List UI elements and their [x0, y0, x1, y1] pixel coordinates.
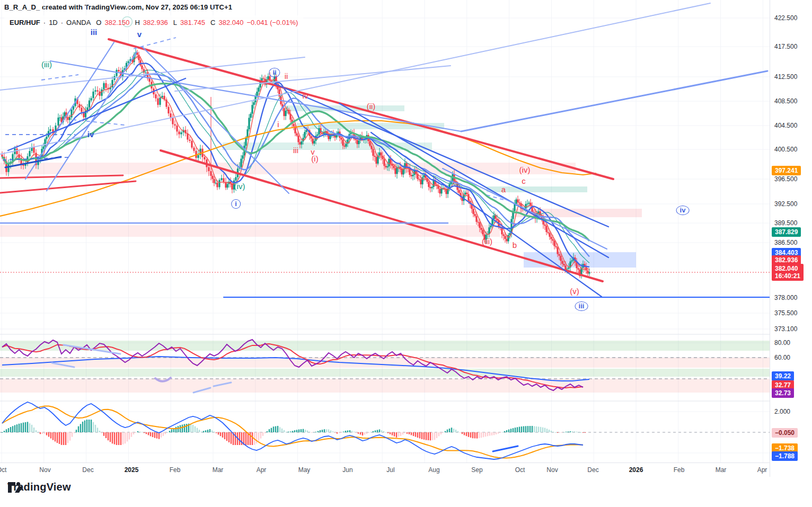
time-axis-label-May: May: [298, 466, 311, 474]
wave-label-iii[interactable]: (iii): [41, 60, 52, 68]
price-axis-label: 392.500: [774, 200, 797, 208]
price-badge: −1.788: [772, 451, 798, 461]
price-axis-label: 60.00: [774, 354, 790, 361]
time-axis-label-Aug: Aug: [428, 466, 439, 474]
price-badge: 397.241: [772, 166, 801, 175]
low-value: 381.745: [180, 19, 205, 26]
wave-label-iii[interactable]: iii: [575, 301, 588, 311]
price-axis[interactable]: 422.500417.500412.500408.500404.500400.5…: [770, 0, 812, 477]
trendline[interactable]: [275, 84, 608, 227]
wave-label-iii[interactable]: iii: [293, 146, 298, 154]
change-value: −0.041 (−0.01%): [246, 19, 298, 26]
time-axis[interactable]: OctNovDec2025FebMarAprMayJunJulAugSepOct…: [0, 462, 770, 477]
time-axis-label-Dec: Dec: [82, 466, 93, 474]
symbol-name[interactable]: EUR/HUF: [10, 19, 40, 26]
price-axis-label: 396.500: [774, 175, 797, 183]
price-axis-label: 412.500: [774, 73, 797, 81]
low-label: L: [173, 19, 177, 26]
time-axis-label-Jul: Jul: [386, 466, 394, 474]
trendline[interactable]: [0, 181, 136, 193]
time-axis-label-Mar: Mar: [213, 466, 224, 474]
time-axis-label-Nov: Nov: [546, 466, 558, 474]
price-axis-label: 386.500: [774, 239, 797, 246]
close-value: 382.040: [218, 19, 243, 26]
trendline[interactable]: [0, 175, 123, 178]
price-badge: 39.22: [772, 371, 794, 381]
chart-canvas[interactable]: [0, 0, 770, 477]
price-badge: −0.050: [772, 428, 798, 438]
wave-label-iv[interactable]: (iv): [519, 166, 531, 174]
price-axis-label: 404.500: [774, 122, 797, 129]
time-axis-label-Nov: Nov: [39, 466, 50, 474]
time-axis-label-2026: 2026: [629, 466, 643, 474]
time-axis-label-Feb: Feb: [674, 466, 685, 474]
price-axis-label: 80.00: [774, 339, 790, 346]
open-value: 382.150: [104, 19, 129, 26]
price-axis-label: 408.500: [774, 97, 797, 105]
price-badge: 382.04016:40:21: [772, 264, 804, 281]
price-axis-label: 373.100: [774, 325, 797, 333]
close-label: C: [210, 19, 215, 26]
wave-label-v[interactable]: v: [137, 30, 142, 38]
trendline-dashed[interactable]: [73, 120, 125, 125]
price-axis-label: 389.500: [774, 219, 797, 227]
wave-label-b[interactable]: b: [513, 241, 517, 249]
trendline[interactable]: [50, 61, 461, 131]
wave-label-a[interactable]: a: [501, 185, 506, 193]
time-axis-label-Mar: Mar: [716, 466, 727, 474]
price-badge: 32.73: [772, 388, 794, 398]
wave-label-i[interactable]: i: [277, 120, 279, 128]
interval[interactable]: 1D: [49, 19, 58, 26]
macd-trend-segment[interactable]: [493, 446, 518, 451]
price-axis-label: 400.500: [774, 146, 797, 153]
price-axis-label: 375.500: [774, 309, 797, 317]
trendline[interactable]: [8, 78, 186, 150]
exchange: OANDA: [66, 19, 91, 26]
wave-label-v[interactable]: (v): [570, 287, 579, 295]
time-axis-label-Apr: Apr: [757, 466, 767, 474]
legend-separator: ·: [43, 19, 46, 26]
time-axis-label-Sep: Sep: [471, 466, 482, 474]
open-label: O: [96, 19, 101, 26]
macd-pane: [2, 402, 586, 459]
tradingview-chart-export: { "header": { "credit": "B_R_A_D_ create…: [0, 0, 812, 507]
time-axis-label-Oct: Oct: [515, 466, 525, 474]
trendline-dashed[interactable]: [41, 75, 78, 80]
wave-label-iv[interactable]: iv: [303, 92, 308, 100]
wave-label-ii[interactable]: (ii): [367, 102, 376, 110]
wave-label-ii[interactable]: ii: [269, 68, 280, 77]
rsi-bands: [0, 341, 770, 432]
time-axis-label-2025: 2025: [125, 466, 139, 474]
price-axis-label: 417.500: [774, 43, 797, 50]
time-axis-label-Dec: Dec: [587, 466, 598, 474]
price-axis-label: 378.000: [774, 294, 797, 301]
time-axis-label-Jun: Jun: [342, 466, 352, 474]
tradingview-logo-icon: [7, 481, 25, 494]
wave-label-i[interactable]: (i): [311, 155, 318, 163]
price-badge: 387.829: [772, 227, 801, 237]
wave-label-ii[interactable]: ii: [285, 72, 288, 80]
high-label: H: [135, 19, 139, 26]
tradingview-logo[interactable]: TradingView: [7, 481, 71, 493]
wave-label-iv[interactable]: (iv): [234, 182, 245, 190]
wave-label-c[interactable]: c: [522, 177, 526, 185]
legend-separator: ·: [61, 19, 63, 26]
time-axis-label-Apr: Apr: [257, 466, 267, 474]
symbol-legend[interactable]: EUR/HUF · 1D · OANDA O382.150 H382.936 L…: [4, 15, 303, 29]
time-axis-label-Feb: Feb: [170, 466, 181, 474]
wave-label-i[interactable]: i: [231, 199, 241, 209]
wave-label-iii[interactable]: (iii): [482, 237, 492, 245]
price-axis-label: 2.000: [774, 408, 790, 415]
high-value: 382.936: [143, 19, 168, 26]
wave-label-iv[interactable]: iv: [87, 130, 94, 138]
price-axis-label: 422.500: [774, 14, 797, 22]
time-axis-label-Oct: Oct: [0, 466, 6, 474]
wave-label-iv[interactable]: iv: [676, 206, 690, 215]
